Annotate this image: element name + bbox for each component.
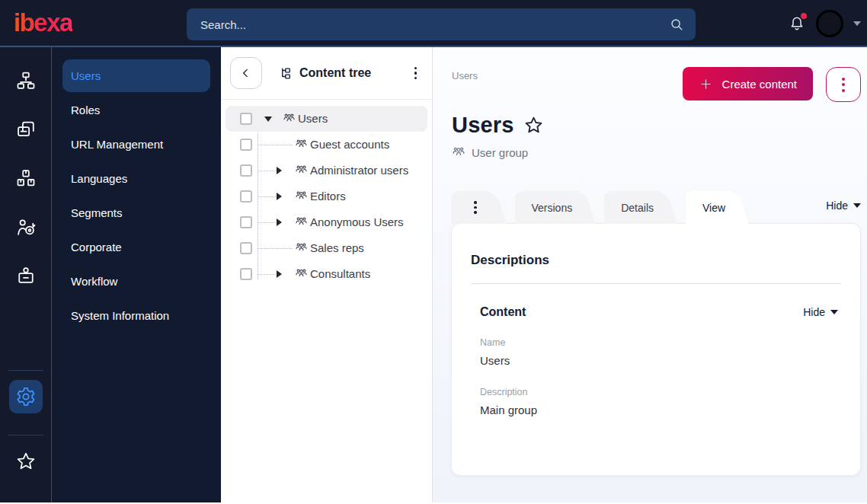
sidebar: UsersRolesURL ManagementLanguagesSegment… [52,47,221,502]
field-value: Users [480,354,841,367]
tree-guide-line [258,274,276,275]
sidebar-item-url-management[interactable]: URL Management [62,128,210,161]
section-heading: Content [480,305,526,319]
checkbox[interactable] [240,242,252,254]
checkbox[interactable] [240,190,252,203]
kebab-icon [468,199,483,215]
search-input[interactable] [199,18,668,32]
content-tree-header: Content tree [221,47,432,99]
content-tree-panel: Content tree UsersGuest accountsAdminist… [221,47,433,502]
field-description: Description Main group [480,387,841,416]
admin-badge-icon [15,265,37,286]
content-type: User group [452,145,867,159]
user-group-icon [295,164,308,177]
tab-more-kebab[interactable] [451,191,489,224]
rail-item-admin-badge[interactable] [9,259,43,292]
sidebar-item-workflow[interactable]: Workflow [62,265,210,298]
sidebar-item-corporate[interactable]: Corporate [62,231,210,263]
checkbox[interactable] [240,164,252,177]
checkbox[interactable] [240,216,252,228]
icon-rail [0,47,52,502]
collapse-caret-icon[interactable] [264,116,272,122]
tab-bar: VersionsDetailsView Hide [451,191,861,224]
sidebar-item-users[interactable]: Users [62,59,210,92]
tree-item-administrator-users[interactable]: Administrator users [221,158,432,183]
tree-item-sales-reps[interactable]: Sales reps [221,235,432,261]
tree-item-label: Users [298,106,328,132]
tree-item-label: Editors [310,183,346,209]
field-label: Name [480,337,841,348]
tree-item-consultants[interactable]: Consultants [221,261,432,287]
rail-item-product-catalog[interactable] [9,161,43,195]
tree-item-label: Administrator users [310,158,408,183]
checkbox[interactable] [240,268,252,280]
tree-guide-line [258,171,276,171]
create-content-button[interactable]: Create content [683,67,813,100]
bookmark-star-icon[interactable] [523,115,544,136]
tree-item-label: Consultants [310,261,370,287]
tab-view[interactable]: View [686,191,731,224]
caret-down-icon [853,203,861,208]
content-tree-title: Content tree [279,66,371,81]
user-group-icon [283,112,296,125]
card-heading: Descriptions [471,253,841,268]
tree-item-label: Guest accounts [310,132,389,158]
expand-caret-icon[interactable] [277,193,282,200]
search-icon[interactable] [668,16,685,33]
tree-item-label: Sales reps [310,235,364,261]
breadcrumb[interactable]: Users [452,70,478,81]
expand-caret-icon[interactable] [277,167,282,174]
notifications-bell-icon[interactable] [788,14,806,33]
user-group-icon [295,241,308,254]
hide-tabs-toggle[interactable]: Hide [826,199,861,216]
hide-section-toggle[interactable]: Hide [803,306,838,318]
descriptions-card: Descriptions Content Hide Name Users Des… [451,223,861,476]
sidebar-item-segments[interactable]: Segments [62,196,210,229]
collapse-tree-button[interactable] [230,57,262,89]
tree-guide-line [258,145,293,145]
avatar[interactable] [816,10,843,37]
content-tree-list: UsersGuest accountsAdministrator usersEd… [221,100,432,502]
divider [8,435,43,435]
caret-down-icon [830,310,838,314]
star-icon [15,451,37,472]
sidebar-item-languages[interactable]: Languages [62,162,210,195]
sidebar-item-system-information[interactable]: System Information [62,299,210,332]
tree-item-anonymous-users[interactable]: Anonymous Users [221,209,432,235]
rail-item-page-builder[interactable] [9,113,43,146]
more-actions-button[interactable] [826,67,861,102]
sidebar-item-roles[interactable]: Roles [62,94,210,126]
main-content: Users Create content Users [433,47,867,502]
field-list: Name Users Description Main group [471,319,841,416]
sitemap-icon [15,70,37,91]
tree-options-kebab-icon[interactable] [410,62,422,85]
field-label: Description [480,387,841,397]
ibexa-logo[interactable]: ibexa [14,8,72,37]
rail-item-bookmarks[interactable] [9,445,43,478]
checkbox[interactable] [240,139,252,151]
tree-icon [279,66,293,81]
chevron-left-icon [238,65,254,81]
tree-item-users[interactable]: Users [221,106,432,132]
user-group-icon [295,190,308,203]
tab-versions[interactable]: Versions [515,191,579,224]
plus-icon [699,77,713,91]
tree-item-guest-accounts[interactable]: Guest accounts [221,132,432,158]
user-menu-caret-icon[interactable] [853,21,861,26]
tree-item-editors[interactable]: Editors [221,183,432,209]
rail-item-personalization[interactable] [9,210,43,244]
user-group-icon [295,215,308,228]
page-title: Users [452,113,514,138]
tree-guide-line [258,222,276,223]
search-bar[interactable] [187,8,696,40]
expand-caret-icon[interactable] [277,270,282,278]
topbar: ibexa [0,0,867,47]
tab-details[interactable]: Details [604,191,660,224]
tree-guide-line [258,196,276,197]
rail-item-content-structure[interactable] [9,64,43,97]
expand-caret-icon[interactable] [277,219,282,226]
topbar-actions [788,0,861,47]
rail-item-settings[interactable] [9,380,43,413]
checkbox[interactable] [240,113,252,125]
user-group-icon [295,138,308,151]
